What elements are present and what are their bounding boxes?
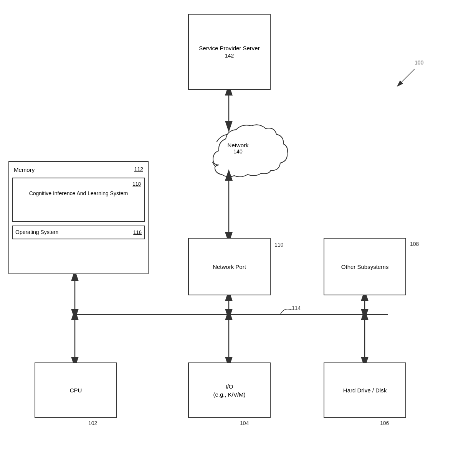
- memory-ref: 112: [134, 166, 143, 174]
- cpu-label: CPU: [70, 386, 82, 394]
- cials-label: Cognitive Inference And Learning System: [16, 189, 141, 198]
- cials-box: 118 Cognitive Inference And Learning Sys…: [12, 178, 145, 222]
- other-subsystems-label: Other Subsystems: [341, 263, 388, 271]
- os-label: Operating System: [15, 229, 58, 236]
- cials-ref: 118: [132, 181, 141, 188]
- other-subsystems-ref: 108: [410, 241, 419, 247]
- network-label: Network: [213, 142, 263, 148]
- service-provider-server-box: Service Provider Server 142: [188, 14, 271, 90]
- io-box: I/O (e.g., K/V/M): [188, 362, 271, 418]
- diagram: 100 Service Provider Server 142 Network …: [0, 0, 476, 453]
- network-port-label: Network Port: [213, 263, 246, 271]
- hard-drive-box: Hard Drive / Disk: [324, 362, 406, 418]
- io-ref: 104: [240, 420, 249, 426]
- service-provider-server-label: Service Provider Server: [199, 44, 259, 52]
- network-ref: 140: [213, 148, 263, 155]
- hard-drive-label: Hard Drive / Disk: [343, 386, 387, 394]
- network-label-group: Network 140: [213, 142, 263, 155]
- os-ref: 116: [133, 229, 142, 236]
- hard-drive-ref: 106: [380, 420, 389, 426]
- memory-label: Memory: [14, 166, 35, 174]
- io-label: I/O (e.g., K/V/M): [213, 382, 245, 399]
- other-subsystems-box: Other Subsystems: [324, 238, 406, 295]
- cpu-ref: 102: [88, 420, 97, 426]
- cpu-box: CPU: [35, 362, 117, 418]
- svg-line-20: [399, 69, 415, 84]
- memory-box: Memory 112 118 Cognitive Inference And L…: [8, 161, 149, 274]
- service-provider-server-ref: 142: [225, 52, 234, 60]
- ref-100-label: 100: [415, 59, 423, 66]
- bus-ref-label: 114: [292, 305, 301, 311]
- network-port-ref: 110: [274, 242, 283, 248]
- network-port-box: Network Port: [188, 238, 271, 295]
- os-box: Operating System 116: [12, 226, 145, 239]
